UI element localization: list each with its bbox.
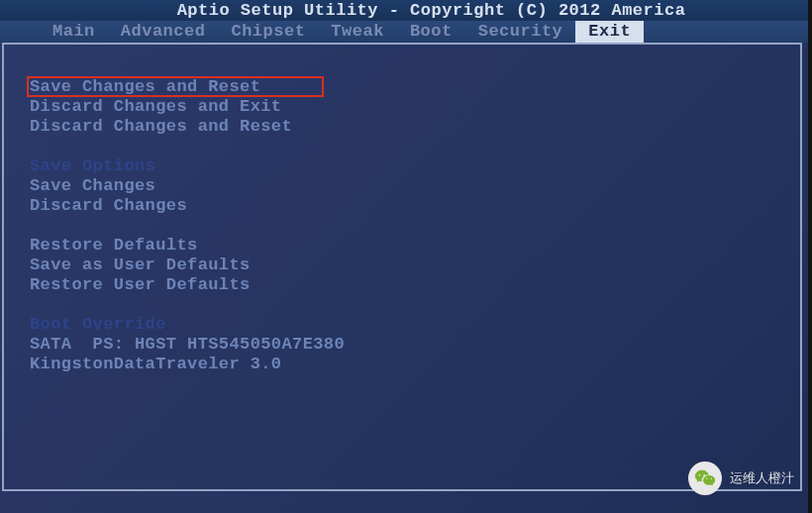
opt-restore-user-defaults[interactable]: Restore User Defaults xyxy=(30,275,794,295)
menu-security[interactable]: Security xyxy=(465,21,576,43)
menu-exit[interactable]: Exit xyxy=(575,21,644,43)
watermark-text: 运维人橙汁 xyxy=(730,469,794,487)
boot-override-0[interactable]: SATA PS: HGST HTS545050A7E380 xyxy=(30,335,794,355)
bios-title-bar: Aptio Setup Utility - Copyright (C) 2012… xyxy=(0,0,808,21)
menu-tweak[interactable]: Tweak xyxy=(318,21,397,43)
opt-save-changes-reset[interactable]: Save Changes and Reset xyxy=(30,77,794,97)
bios-menu-bar: Main Advanced Chipset Tweak Boot Securit… xyxy=(0,21,808,43)
watermark: 运维人橙汁 xyxy=(688,462,794,495)
heading-boot-override: Boot Override xyxy=(30,315,794,335)
menu-main[interactable]: Main xyxy=(40,21,108,43)
opt-discard-changes-reset[interactable]: Discard Changes and Reset xyxy=(30,117,794,137)
menu-boot[interactable]: Boot xyxy=(397,21,465,43)
wechat-icon xyxy=(688,462,722,495)
opt-save-user-defaults[interactable]: Save as User Defaults xyxy=(30,256,794,275)
opt-save-changes[interactable]: Save Changes xyxy=(30,176,794,196)
opt-discard-changes-exit[interactable]: Discard Changes and Exit xyxy=(30,97,794,117)
menu-chipset[interactable]: Chipset xyxy=(218,21,318,43)
opt-discard-changes[interactable]: Discard Changes xyxy=(30,196,794,216)
boot-override-1[interactable]: KingstonDataTraveler 3.0 xyxy=(30,355,794,374)
menu-advanced[interactable]: Advanced xyxy=(108,21,219,43)
exit-panel: Save Changes and Reset Discard Changes a… xyxy=(12,57,794,483)
bios-screen: Aptio Setup Utility - Copyright (C) 2012… xyxy=(0,0,808,513)
opt-restore-defaults[interactable]: Restore Defaults xyxy=(30,236,794,256)
bios-title: Aptio Setup Utility - Copyright (C) 2012… xyxy=(177,1,686,20)
heading-save-options: Save Options xyxy=(30,156,794,176)
